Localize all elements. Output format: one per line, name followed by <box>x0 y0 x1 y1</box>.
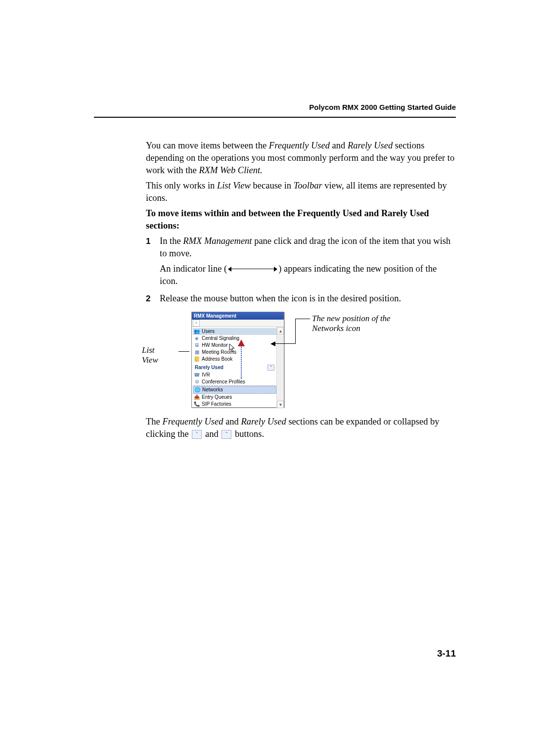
text: This only works in <box>146 181 217 190</box>
text-italic: RXM Web Client. <box>199 165 262 175</box>
list-item-label: Address Book <box>202 356 232 363</box>
networks-icon: 🌐 <box>194 387 200 393</box>
procedure-title: To move items within and between the Fre… <box>146 207 456 232</box>
step-1-line-2: An indicator line () appears indicating … <box>160 263 456 287</box>
collapse-icon[interactable]: ˆ <box>267 365 274 371</box>
panel-title-bar: RMX Management <box>192 312 284 320</box>
list-item-label: Networks <box>202 386 223 393</box>
list-item-label: Central Signaling <box>202 335 239 342</box>
list-item-label: HW Monitor <box>202 342 228 349</box>
toolbar-view-toggle-button[interactable]: ≡ <box>193 320 200 327</box>
panel-list: 👥 Users ◈ Central Signaling 🖥 HW Monitor <box>192 327 276 408</box>
step-2-text: Release the mouse button when the icon i… <box>160 292 456 305</box>
collapse-up-button-icon: ˆ <box>222 430 231 439</box>
profiles-icon: ⚙ <box>194 379 200 385</box>
entry-queues-icon: 📥 <box>194 394 200 400</box>
text: The <box>146 417 162 426</box>
text: List <box>142 345 155 355</box>
section-label: Rarely Used <box>195 364 223 371</box>
drag-cursor-icon <box>229 343 237 352</box>
list-item[interactable]: 📞 SIP Factories <box>193 401 276 408</box>
text-italic: Rarely Used <box>241 417 286 426</box>
step-body: In the RMX Management pane click and dra… <box>160 235 456 290</box>
text: buttons. <box>232 429 264 439</box>
callout-leader-line <box>275 343 296 344</box>
expand-down-button-icon: ˇ <box>192 430 202 439</box>
header-title: Polycom RMX 2000 Getting Started Guide <box>309 103 456 111</box>
text-italic: Toolbar <box>294 181 322 190</box>
step-1: 1 In the RMX Management pane click and d… <box>146 235 456 290</box>
document-page: Polycom RMX 2000 Getting Started Guide Y… <box>0 0 534 756</box>
step-number: 1 <box>146 235 160 290</box>
text: In the <box>160 236 183 246</box>
callout-leader-line <box>295 319 310 319</box>
text: because in <box>251 181 294 190</box>
users-icon: 👥 <box>194 329 200 334</box>
panel-toolbar: ≡ <box>192 320 284 327</box>
list-item[interactable]: 🌐 Networks <box>193 386 276 394</box>
intro-paragraph-1: You can move items between the Frequentl… <box>146 140 456 177</box>
text: and <box>330 141 348 150</box>
list-item[interactable]: 👥 Users <box>193 328 276 335</box>
figure-right-label: The new position of the Networks icon <box>312 314 406 334</box>
list-item-label: IVR <box>202 372 210 378</box>
list-item-label: Entry Queues <box>202 394 232 401</box>
indicator-line-icon <box>228 267 277 272</box>
figure: List View RMX Management ≡ 👥 Users <box>146 312 456 410</box>
meeting-rooms-icon: ▦ <box>194 349 200 355</box>
address-book-icon: 📒 <box>194 356 200 362</box>
drag-path-dots <box>241 345 242 379</box>
content-column: You can move items between the Frequentl… <box>146 140 456 443</box>
list-item[interactable]: ◈ Central Signaling <box>193 335 276 342</box>
intro-paragraph-2: This only works in List View because in … <box>146 180 456 204</box>
step-1-line-1: In the RMX Management pane click and dra… <box>160 235 456 260</box>
callout-leader-line <box>295 319 296 344</box>
text: and <box>223 417 241 426</box>
list-item[interactable]: 📥 Entry Queues <box>193 394 276 401</box>
list-item-label: Conference Profiles <box>202 378 245 385</box>
step-2: 2 Release the mouse button when the icon… <box>146 292 456 308</box>
ivr-icon: ☎ <box>194 372 200 378</box>
hw-monitor-icon: 🖥 <box>194 342 200 348</box>
text: View <box>142 355 158 365</box>
scroll-up-button[interactable]: ▴ <box>277 327 284 334</box>
steps-list: 1 In the RMX Management pane click and d… <box>146 235 456 308</box>
figure-left-label: List View <box>142 345 158 366</box>
rmx-management-panel: RMX Management ≡ 👥 Users ◈ Central Signa… <box>191 312 284 408</box>
list-item-label: SIP Factories <box>202 401 231 408</box>
text-italic: RMX Management <box>183 236 252 246</box>
closing-paragraph: The Frequently Used and Rarely Used sect… <box>146 416 456 440</box>
step-number: 2 <box>146 292 160 308</box>
text-italic: Rarely Used <box>348 141 393 150</box>
callout-arrowhead-icon <box>270 341 275 346</box>
section-header-rarely-used[interactable]: Rarely Used ˆ <box>193 364 276 372</box>
list-item[interactable]: 📒 Address Book <box>193 356 276 363</box>
text: You can move items between the <box>146 141 269 150</box>
list-item[interactable]: ☎ IVR <box>193 372 276 378</box>
header-rule <box>94 117 456 118</box>
text-italic: Frequently Used <box>162 417 223 426</box>
scrollbar[interactable]: ▴ ▾ <box>276 327 284 408</box>
page-number: 3-11 <box>437 648 456 659</box>
figure-left-leader-line <box>178 351 189 352</box>
list-item-label: Users <box>202 328 215 335</box>
text-italic: Frequently Used <box>269 141 330 150</box>
list-item[interactable]: ⚙ Conference Profiles <box>193 378 276 385</box>
text: and <box>203 429 221 439</box>
text-italic: List View <box>217 181 251 190</box>
sip-factories-icon: 📞 <box>194 401 200 407</box>
text: An indicator line ( <box>160 264 227 274</box>
step-body: Release the mouse button when the icon i… <box>160 292 456 308</box>
signaling-icon: ◈ <box>194 335 200 341</box>
scroll-down-button[interactable]: ▾ <box>277 401 284 408</box>
